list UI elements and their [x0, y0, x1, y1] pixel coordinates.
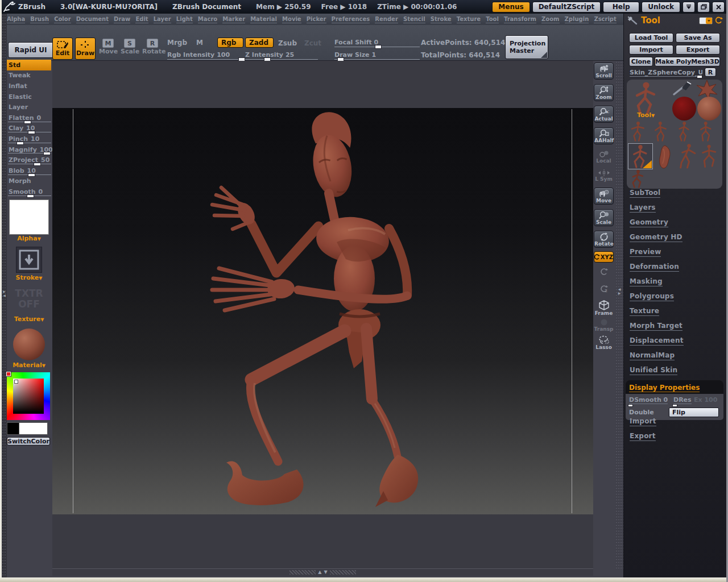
- menu-color[interactable]: Color: [54, 16, 71, 23]
- menu-zoom[interactable]: Zoom: [541, 16, 559, 23]
- tool-history-thumbnail[interactable]: [677, 143, 700, 169]
- tool-history-thumbnail[interactable]: [673, 120, 694, 142]
- restore-tool-button[interactable]: R: [705, 68, 716, 77]
- focal-shift-slider[interactable]: Focal Shift 0: [334, 39, 420, 46]
- divider-arrows-icon[interactable]: ▼: [324, 570, 328, 575]
- menu-macro[interactable]: Macro: [198, 16, 217, 23]
- section-geometry[interactable]: Geometry: [630, 218, 668, 227]
- brush-std[interactable]: Std: [7, 60, 51, 70]
- rotate-button[interactable]: R Rotate: [142, 39, 163, 55]
- texture-off-thumbnail[interactable]: TXTR OFF: [7, 288, 51, 310]
- lsym-button[interactable]: L Sym: [594, 169, 614, 182]
- aahalf-button[interactable]: AAHalf: [594, 127, 614, 144]
- rapid-ui-button[interactable]: Rapid UI: [8, 42, 53, 58]
- zadd-button[interactable]: Zadd: [245, 38, 274, 48]
- color-picker[interactable]: [7, 372, 50, 420]
- alpha-thumbnail[interactable]: [9, 199, 49, 235]
- section-unified-skin[interactable]: Unified Skin: [630, 366, 677, 375]
- dsmooth-handle[interactable]: [628, 404, 633, 407]
- menu-edit[interactable]: Edit: [135, 16, 148, 23]
- menu-stencil[interactable]: Stencil: [403, 16, 425, 23]
- menu-layer[interactable]: Layer: [154, 16, 171, 23]
- primary-color-swatch[interactable]: [19, 422, 48, 435]
- tray-toggle-arrow-icon[interactable]: ◀▶: [615, 287, 623, 295]
- move-canvas-button[interactable]: Move: [594, 188, 614, 205]
- menu-preferences[interactable]: Preferences: [332, 16, 370, 23]
- scroll-button[interactable]: Scroll: [594, 63, 614, 80]
- projection-master-button[interactable]: Projection Master: [505, 35, 548, 59]
- menus-button[interactable]: Menus: [492, 2, 530, 13]
- brush-pinch-slider[interactable]: Pinch10: [7, 134, 51, 144]
- load-tool-button[interactable]: Load Tool: [629, 33, 673, 43]
- default-zscript-button[interactable]: DefaultZScript: [532, 2, 601, 13]
- draw-button[interactable]: Draw: [75, 38, 96, 60]
- menu-material[interactable]: Material: [250, 16, 277, 23]
- save-as-button[interactable]: Save As: [676, 33, 720, 43]
- brush-magnify-slider[interactable]: Magnify100: [7, 144, 51, 155]
- secondary-color-swatch[interactable]: [7, 422, 19, 435]
- restore-config-icon[interactable]: [715, 16, 723, 24]
- zsub-button[interactable]: Zsub: [278, 39, 297, 47]
- tool-dropdown[interactable]: Tool▼: [637, 111, 655, 119]
- brush-inflat[interactable]: Inflat: [7, 81, 51, 92]
- import-tool-button[interactable]: Import: [629, 45, 673, 55]
- section-masking[interactable]: Masking: [630, 277, 663, 286]
- menu-draw[interactable]: Draw: [114, 16, 130, 23]
- move-button[interactable]: M Move: [99, 39, 117, 55]
- section-import[interactable]: Import: [630, 417, 656, 426]
- palette-menu-icon[interactable]: [699, 17, 713, 24]
- sphere3d-tool-thumbnail[interactable]: [697, 97, 721, 120]
- section-layers[interactable]: Layers: [630, 203, 656, 213]
- alpha-dropdown[interactable]: Alpha▼: [7, 235, 51, 242]
- brush-layer[interactable]: Layer: [7, 102, 51, 113]
- help-button[interactable]: Help: [603, 2, 639, 13]
- transp-button[interactable]: Transp: [594, 318, 614, 332]
- color-gradient-square[interactable]: [13, 379, 44, 414]
- tool-history-thumbnail[interactable]: [700, 143, 720, 169]
- collapse-icon[interactable]: [682, 2, 695, 13]
- scale-button[interactable]: S Scale: [121, 39, 139, 55]
- section-subtool[interactable]: SubTool: [630, 189, 660, 198]
- section-polygroups[interactable]: Polygroups: [630, 292, 674, 301]
- menu-render[interactable]: Render: [375, 16, 398, 23]
- menu-document[interactable]: Document: [76, 16, 109, 23]
- texture-dropdown[interactable]: Texture▼: [7, 315, 51, 323]
- rotate-free-button[interactable]: [594, 267, 614, 276]
- section-export[interactable]: Export: [630, 432, 656, 441]
- stroke-dropdown[interactable]: Stroke▼: [7, 274, 51, 281]
- active-tool-name-slider[interactable]: Skin_ZSphereCopy_UG2: [630, 69, 702, 77]
- section-morph-target[interactable]: Morph Target: [630, 322, 682, 331]
- rotate-axis-button[interactable]: 2: [594, 284, 614, 293]
- section-texture[interactable]: Texture: [630, 307, 659, 316]
- brush-clay-slider[interactable]: Clay10: [7, 123, 51, 134]
- xyz-rotation-button[interactable]: XYZ: [594, 251, 614, 263]
- section-normalmap[interactable]: NormalMap: [630, 351, 675, 360]
- current-tool-thumbnail[interactable]: [631, 81, 661, 116]
- frame-button[interactable]: Frame: [594, 300, 614, 316]
- brush-zproject-slider[interactable]: ZProject50: [7, 155, 51, 165]
- tray-toggle-arrow-icon[interactable]: ▶◀: [2, 289, 7, 297]
- material-thumbnail[interactable]: [13, 329, 45, 360]
- close-icon[interactable]: [712, 2, 725, 13]
- mrgb-button[interactable]: Mrgb: [167, 39, 187, 47]
- brush-smooth-slider[interactable]: Smooth0: [7, 186, 51, 197]
- menu-transform[interactable]: Transform: [504, 16, 536, 23]
- right-tray-divider[interactable]: ◀▶: [615, 61, 623, 570]
- display-properties-header[interactable]: Display Properties: [626, 380, 723, 394]
- tool-history-thumbnail[interactable]: [628, 120, 648, 142]
- tool-history-thumbnail[interactable]: [628, 169, 648, 189]
- m-button[interactable]: M: [196, 39, 203, 47]
- draw-size-slider[interactable]: Draw Size 1: [334, 51, 420, 59]
- tool-history-thumbnail[interactable]: [696, 120, 717, 142]
- export-tool-button[interactable]: Export: [676, 45, 720, 55]
- section-preview[interactable]: Preview: [630, 248, 661, 257]
- brush-tool-thumbnail[interactable]: [672, 81, 694, 97]
- switch-color-button[interactable]: SwitchColor: [7, 437, 50, 446]
- menu-tool[interactable]: Tool: [486, 16, 499, 23]
- bottom-tray-divider[interactable]: ▲ ▼: [52, 568, 593, 576]
- double-button[interactable]: Double: [629, 409, 654, 416]
- menu-zscript[interactable]: Zscript: [594, 16, 616, 23]
- brush-blob-slider[interactable]: Blob10: [7, 165, 51, 176]
- rgb-button[interactable]: Rgb: [217, 38, 243, 48]
- left-tray-divider[interactable]: ▶◀: [2, 14, 7, 577]
